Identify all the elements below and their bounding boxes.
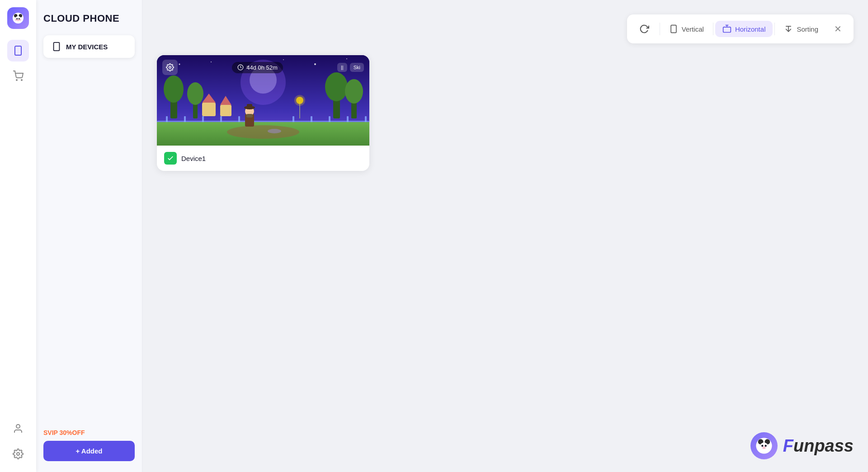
overlay-top-right-buttons: || Ski <box>337 63 364 72</box>
svg-point-61 <box>268 129 281 133</box>
timer-badge: 44d 0h 52m <box>232 62 283 73</box>
svg-point-38 <box>345 79 363 104</box>
svg-point-8 <box>17 20 19 21</box>
svg-point-65 <box>169 66 171 69</box>
svg-point-32 <box>164 76 184 103</box>
svg-rect-17 <box>671 25 676 33</box>
clock-icon <box>237 64 244 71</box>
icon-sidebar <box>0 0 36 472</box>
svg-point-70 <box>760 443 768 451</box>
svg-point-12 <box>21 80 22 80</box>
sorting-icon <box>784 24 793 33</box>
horizontal-button[interactable]: Horizontal <box>715 21 773 37</box>
refresh-button[interactable] <box>634 19 654 39</box>
svg-point-73 <box>762 447 765 449</box>
svg-rect-41 <box>220 105 231 116</box>
added-button[interactable]: + Added <box>43 441 135 461</box>
close-icon: ✕ <box>834 24 842 34</box>
svg-rect-60 <box>246 114 253 118</box>
svg-point-64 <box>294 95 305 106</box>
svg-point-34 <box>187 82 203 105</box>
panel-title: CLOUD PHONE <box>43 13 135 24</box>
funpass-logo: Funpass <box>750 432 854 459</box>
svg-point-13 <box>16 425 20 428</box>
card-settings-icon <box>166 63 174 71</box>
svg-point-71 <box>761 445 763 447</box>
panel-bottom: SVIP 30%OFF + Added <box>43 429 135 461</box>
vertical-icon <box>669 24 678 33</box>
svg-point-55 <box>227 125 299 139</box>
sidebar-item-profile[interactable] <box>7 418 29 439</box>
device-card[interactable]: 44d 0h 52m || Ski Device1 <box>157 55 369 171</box>
horizontal-icon <box>722 24 731 33</box>
device-status-icon <box>164 152 177 165</box>
svg-rect-59 <box>247 104 252 108</box>
sidebar-item-cloud-phone[interactable] <box>7 40 29 61</box>
device-thumbnail: 44d 0h 52m || Ski <box>157 55 369 146</box>
toolbar-divider-2 <box>713 23 713 35</box>
svg-point-14 <box>17 453 19 455</box>
funpass-panda-icon <box>750 432 778 459</box>
device-name-label: Device1 <box>181 155 206 162</box>
sidebar-bottom <box>7 418 29 465</box>
sidebar-item-settings[interactable] <box>7 443 29 465</box>
ski-button[interactable]: Ski <box>350 63 364 72</box>
toolbar-divider-3 <box>774 23 775 35</box>
card-settings-button[interactable] <box>162 60 178 75</box>
refresh-icon <box>639 24 649 34</box>
svg-rect-19 <box>723 27 731 33</box>
pause-button[interactable]: || <box>337 63 347 72</box>
device-grid: 44d 0h 52m || Ski Device1 <box>157 55 854 171</box>
panda-logo-svg <box>754 436 774 456</box>
svg-point-6 <box>16 18 18 19</box>
sidebar-item-cart[interactable] <box>7 65 29 87</box>
my-devices-button[interactable]: MY DEVICES <box>43 35 135 58</box>
svg-point-7 <box>19 18 20 19</box>
toolbar: Vertical Horizontal Sorting ✕ <box>627 14 854 43</box>
svip-label: SVIP 30%OFF <box>43 429 135 436</box>
svg-point-72 <box>764 445 766 447</box>
check-icon <box>167 155 174 162</box>
svg-rect-39 <box>202 103 216 116</box>
my-devices-label: MY DEVICES <box>66 43 108 51</box>
phone-icon <box>52 42 61 52</box>
toolbar-divider-1 <box>660 23 660 35</box>
sorting-button[interactable]: Sorting <box>777 21 826 37</box>
close-button[interactable]: ✕ <box>829 20 846 38</box>
svg-point-11 <box>16 80 17 80</box>
app-logo[interactable] <box>7 7 29 29</box>
card-overlay-top: 44d 0h 52m || Ski <box>157 55 369 80</box>
funpass-brand-text: Funpass <box>783 436 854 456</box>
left-panel: CLOUD PHONE MY DEVICES SVIP 30%OFF + Add… <box>36 0 142 472</box>
device-card-footer: Device1 <box>157 146 369 171</box>
vertical-button[interactable]: Vertical <box>662 21 711 37</box>
main-content: Vertical Horizontal Sorting ✕ <box>142 0 868 472</box>
